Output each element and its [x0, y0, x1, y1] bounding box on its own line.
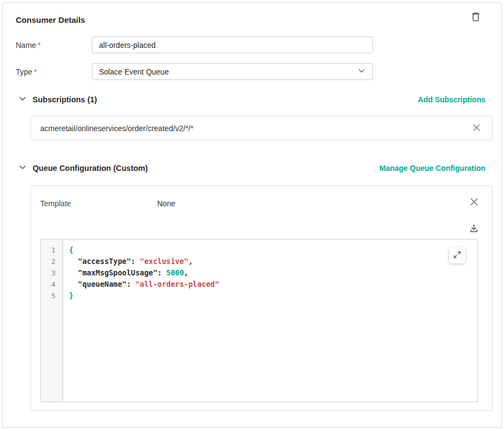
- subscriptions-title: Subscriptions (1): [33, 95, 97, 104]
- chevron-down-icon: [18, 95, 27, 104]
- editor-code-pane[interactable]: { "accessType": "exclusive", "maxMsgSpoo…: [63, 239, 477, 402]
- queue-config-editor[interactable]: 1 2 3 4 5 { "accessType": "exclusive", "…: [40, 239, 478, 402]
- trash-icon: [470, 10, 482, 25]
- page-title: Consumer Details: [14, 14, 85, 24]
- template-label: Template: [40, 199, 157, 208]
- code-token: "queueName": [78, 280, 126, 288]
- queue-config-box: Template None 1 2 3: [30, 186, 493, 411]
- type-select[interactable]: Solace Event Queue: [92, 63, 373, 80]
- code-line: "queueName": "all-orders-placed": [69, 279, 477, 290]
- code-token: "maxMsgSpoolUsage": [78, 268, 157, 277]
- name-input[interactable]: [92, 36, 373, 53]
- subscriptions-collapse-toggle[interactable]: [18, 95, 27, 104]
- download-icon: [469, 223, 479, 235]
- code-line: {: [69, 244, 477, 256]
- code-line: }: [69, 290, 477, 301]
- consumer-details-panel: Consumer Details Name* Type* Solace Even…: [2, 2, 502, 428]
- type-label: Type*: [14, 67, 92, 76]
- name-label: Name*: [14, 41, 92, 50]
- code-token: :: [127, 280, 135, 288]
- code-token: ,: [188, 257, 192, 266]
- expand-editor-button[interactable]: [449, 247, 465, 263]
- required-asterisk: *: [38, 41, 40, 50]
- template-row: Template None: [40, 198, 483, 209]
- code-token: "all-orders-placed": [135, 280, 219, 288]
- type-select-value: Solace Event Queue: [99, 67, 169, 76]
- editor-line-numbers: 1 2 3 4 5: [41, 239, 63, 402]
- panel-header: Consumer Details: [14, 14, 493, 27]
- type-field-row: Type* Solace Event Queue: [14, 63, 493, 80]
- code-token: :: [158, 268, 166, 277]
- manage-queue-configuration-link[interactable]: Manage Queue Configuration: [379, 164, 486, 173]
- delete-consumer-button[interactable]: [470, 10, 482, 25]
- code-token: ,: [184, 268, 188, 277]
- clear-template-button[interactable]: [469, 197, 479, 208]
- add-subscriptions-link[interactable]: Add Subscriptions: [418, 95, 486, 104]
- line-number: 4: [41, 279, 63, 290]
- line-number: 2: [41, 256, 63, 267]
- code-line: "maxMsgSpoolUsage": 5000,: [69, 267, 477, 279]
- code-token: [69, 257, 78, 266]
- name-field-row: Name*: [14, 36, 493, 53]
- close-icon: [472, 123, 481, 134]
- chevron-down-icon: [18, 163, 27, 173]
- close-icon: [469, 197, 479, 208]
- chevron-down-icon: [357, 66, 366, 77]
- name-label-text: Name: [16, 41, 36, 50]
- line-number: 1: [41, 244, 63, 256]
- code-token: {: [69, 245, 73, 254]
- subscription-topic: acmeretail/onlineservices/order/created/…: [40, 124, 194, 133]
- type-label-text: Type: [16, 67, 32, 76]
- code-token: 5000: [166, 268, 184, 277]
- line-number: 5: [41, 290, 63, 301]
- queue-config-title: Queue Configuration (Custom): [33, 164, 148, 173]
- code-token: "accessType": [78, 257, 131, 266]
- subscription-item: acmeretail/onlineservices/order/created/…: [30, 116, 493, 140]
- code-token: [69, 268, 78, 277]
- remove-subscription-button[interactable]: [472, 123, 481, 134]
- code-token: :: [131, 257, 140, 266]
- expand-icon: [452, 250, 462, 261]
- line-number: 3: [41, 267, 63, 279]
- code-token: [69, 280, 78, 288]
- code-line: "accessType": "exclusive",: [69, 256, 477, 267]
- code-token: "exclusive": [140, 257, 188, 266]
- template-value: None: [157, 199, 175, 208]
- queue-config-section-header: Queue Configuration (Custom) Manage Queu…: [14, 163, 493, 174]
- subscriptions-section-header: Subscriptions (1) Add Subscriptions: [14, 94, 493, 105]
- required-asterisk: *: [34, 67, 36, 76]
- queue-config-collapse-toggle[interactable]: [18, 164, 27, 173]
- download-config-button[interactable]: [469, 223, 479, 235]
- code-token: }: [69, 291, 73, 300]
